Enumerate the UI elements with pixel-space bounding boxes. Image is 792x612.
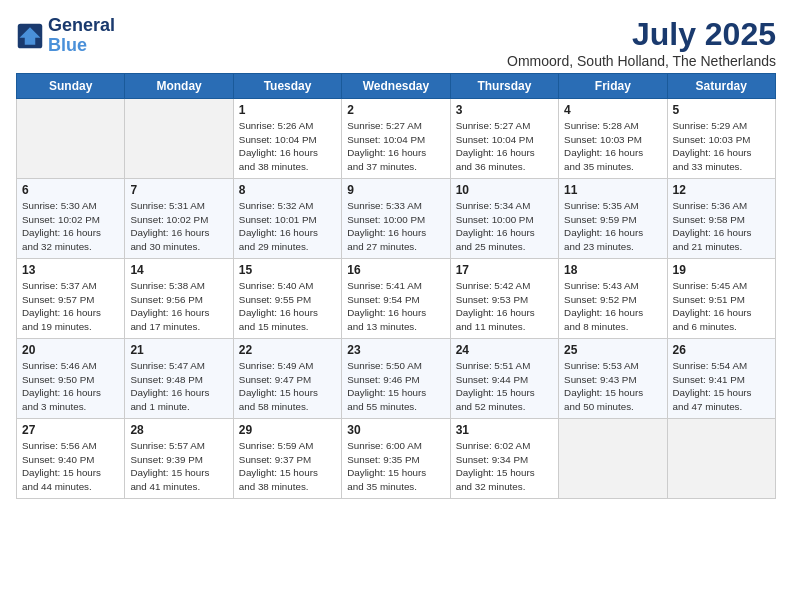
calendar-cell: 24Sunrise: 5:51 AM Sunset: 9:44 PM Dayli… <box>450 339 558 419</box>
day-number: 27 <box>22 423 119 437</box>
day-info: Sunrise: 5:53 AM Sunset: 9:43 PM Dayligh… <box>564 359 661 414</box>
calendar-cell: 21Sunrise: 5:47 AM Sunset: 9:48 PM Dayli… <box>125 339 233 419</box>
logo: GeneralBlue <box>16 16 115 56</box>
day-number: 19 <box>673 263 770 277</box>
weekday-header-tuesday: Tuesday <box>233 74 341 99</box>
day-number: 9 <box>347 183 444 197</box>
day-number: 8 <box>239 183 336 197</box>
day-number: 20 <box>22 343 119 357</box>
calendar-cell: 19Sunrise: 5:45 AM Sunset: 9:51 PM Dayli… <box>667 259 775 339</box>
day-number: 14 <box>130 263 227 277</box>
calendar-cell: 17Sunrise: 5:42 AM Sunset: 9:53 PM Dayli… <box>450 259 558 339</box>
day-number: 26 <box>673 343 770 357</box>
day-info: Sunrise: 5:51 AM Sunset: 9:44 PM Dayligh… <box>456 359 553 414</box>
weekday-header-sunday: Sunday <box>17 74 125 99</box>
day-info: Sunrise: 5:26 AM Sunset: 10:04 PM Daylig… <box>239 119 336 174</box>
day-info: Sunrise: 5:57 AM Sunset: 9:39 PM Dayligh… <box>130 439 227 494</box>
location-subtitle: Ommoord, South Holland, The Netherlands <box>507 53 776 69</box>
day-number: 6 <box>22 183 119 197</box>
day-number: 11 <box>564 183 661 197</box>
day-info: Sunrise: 6:00 AM Sunset: 9:35 PM Dayligh… <box>347 439 444 494</box>
calendar-cell: 23Sunrise: 5:50 AM Sunset: 9:46 PM Dayli… <box>342 339 450 419</box>
day-info: Sunrise: 5:27 AM Sunset: 10:04 PM Daylig… <box>347 119 444 174</box>
calendar-cell: 18Sunrise: 5:43 AM Sunset: 9:52 PM Dayli… <box>559 259 667 339</box>
calendar-week-4: 20Sunrise: 5:46 AM Sunset: 9:50 PM Dayli… <box>17 339 776 419</box>
day-info: Sunrise: 5:56 AM Sunset: 9:40 PM Dayligh… <box>22 439 119 494</box>
day-info: Sunrise: 5:32 AM Sunset: 10:01 PM Daylig… <box>239 199 336 254</box>
calendar-body: 1Sunrise: 5:26 AM Sunset: 10:04 PM Dayli… <box>17 99 776 499</box>
day-number: 22 <box>239 343 336 357</box>
weekday-header-saturday: Saturday <box>667 74 775 99</box>
calendar-week-2: 6Sunrise: 5:30 AM Sunset: 10:02 PM Dayli… <box>17 179 776 259</box>
calendar-cell: 13Sunrise: 5:37 AM Sunset: 9:57 PM Dayli… <box>17 259 125 339</box>
day-number: 10 <box>456 183 553 197</box>
day-info: Sunrise: 6:02 AM Sunset: 9:34 PM Dayligh… <box>456 439 553 494</box>
calendar-cell: 26Sunrise: 5:54 AM Sunset: 9:41 PM Dayli… <box>667 339 775 419</box>
calendar-cell: 3Sunrise: 5:27 AM Sunset: 10:04 PM Dayli… <box>450 99 558 179</box>
day-info: Sunrise: 5:27 AM Sunset: 10:04 PM Daylig… <box>456 119 553 174</box>
day-info: Sunrise: 5:54 AM Sunset: 9:41 PM Dayligh… <box>673 359 770 414</box>
calendar-cell: 28Sunrise: 5:57 AM Sunset: 9:39 PM Dayli… <box>125 419 233 499</box>
calendar-cell: 6Sunrise: 5:30 AM Sunset: 10:02 PM Dayli… <box>17 179 125 259</box>
day-number: 18 <box>564 263 661 277</box>
day-info: Sunrise: 5:49 AM Sunset: 9:47 PM Dayligh… <box>239 359 336 414</box>
day-number: 17 <box>456 263 553 277</box>
calendar-cell: 25Sunrise: 5:53 AM Sunset: 9:43 PM Dayli… <box>559 339 667 419</box>
day-info: Sunrise: 5:35 AM Sunset: 9:59 PM Dayligh… <box>564 199 661 254</box>
day-info: Sunrise: 5:42 AM Sunset: 9:53 PM Dayligh… <box>456 279 553 334</box>
page-header: GeneralBlue July 2025 Ommoord, South Hol… <box>16 16 776 69</box>
day-number: 29 <box>239 423 336 437</box>
calendar-cell: 9Sunrise: 5:33 AM Sunset: 10:00 PM Dayli… <box>342 179 450 259</box>
day-info: Sunrise: 5:50 AM Sunset: 9:46 PM Dayligh… <box>347 359 444 414</box>
calendar-cell: 8Sunrise: 5:32 AM Sunset: 10:01 PM Dayli… <box>233 179 341 259</box>
calendar-cell <box>559 419 667 499</box>
day-info: Sunrise: 5:46 AM Sunset: 9:50 PM Dayligh… <box>22 359 119 414</box>
day-number: 3 <box>456 103 553 117</box>
logo-icon <box>16 22 44 50</box>
day-number: 28 <box>130 423 227 437</box>
day-info: Sunrise: 5:59 AM Sunset: 9:37 PM Dayligh… <box>239 439 336 494</box>
calendar-cell: 14Sunrise: 5:38 AM Sunset: 9:56 PM Dayli… <box>125 259 233 339</box>
day-info: Sunrise: 5:45 AM Sunset: 9:51 PM Dayligh… <box>673 279 770 334</box>
day-info: Sunrise: 5:33 AM Sunset: 10:00 PM Daylig… <box>347 199 444 254</box>
day-info: Sunrise: 5:47 AM Sunset: 9:48 PM Dayligh… <box>130 359 227 414</box>
day-info: Sunrise: 5:28 AM Sunset: 10:03 PM Daylig… <box>564 119 661 174</box>
calendar-cell: 4Sunrise: 5:28 AM Sunset: 10:03 PM Dayli… <box>559 99 667 179</box>
calendar-week-5: 27Sunrise: 5:56 AM Sunset: 9:40 PM Dayli… <box>17 419 776 499</box>
calendar-week-3: 13Sunrise: 5:37 AM Sunset: 9:57 PM Dayli… <box>17 259 776 339</box>
calendar-cell <box>667 419 775 499</box>
calendar-table: SundayMondayTuesdayWednesdayThursdayFrid… <box>16 73 776 499</box>
day-number: 12 <box>673 183 770 197</box>
day-number: 30 <box>347 423 444 437</box>
calendar-cell: 1Sunrise: 5:26 AM Sunset: 10:04 PM Dayli… <box>233 99 341 179</box>
day-number: 7 <box>130 183 227 197</box>
calendar-week-1: 1Sunrise: 5:26 AM Sunset: 10:04 PM Dayli… <box>17 99 776 179</box>
day-info: Sunrise: 5:40 AM Sunset: 9:55 PM Dayligh… <box>239 279 336 334</box>
day-info: Sunrise: 5:34 AM Sunset: 10:00 PM Daylig… <box>456 199 553 254</box>
day-info: Sunrise: 5:43 AM Sunset: 9:52 PM Dayligh… <box>564 279 661 334</box>
calendar-cell: 16Sunrise: 5:41 AM Sunset: 9:54 PM Dayli… <box>342 259 450 339</box>
calendar-cell: 11Sunrise: 5:35 AM Sunset: 9:59 PM Dayli… <box>559 179 667 259</box>
day-info: Sunrise: 5:41 AM Sunset: 9:54 PM Dayligh… <box>347 279 444 334</box>
weekday-header-monday: Monday <box>125 74 233 99</box>
calendar-cell <box>125 99 233 179</box>
day-number: 31 <box>456 423 553 437</box>
day-number: 21 <box>130 343 227 357</box>
day-number: 24 <box>456 343 553 357</box>
month-title: July 2025 <box>507 16 776 53</box>
calendar-cell: 30Sunrise: 6:00 AM Sunset: 9:35 PM Dayli… <box>342 419 450 499</box>
day-info: Sunrise: 5:38 AM Sunset: 9:56 PM Dayligh… <box>130 279 227 334</box>
calendar-cell: 7Sunrise: 5:31 AM Sunset: 10:02 PM Dayli… <box>125 179 233 259</box>
calendar-cell: 2Sunrise: 5:27 AM Sunset: 10:04 PM Dayli… <box>342 99 450 179</box>
day-number: 5 <box>673 103 770 117</box>
day-number: 15 <box>239 263 336 277</box>
day-info: Sunrise: 5:36 AM Sunset: 9:58 PM Dayligh… <box>673 199 770 254</box>
calendar-cell: 20Sunrise: 5:46 AM Sunset: 9:50 PM Dayli… <box>17 339 125 419</box>
weekday-header-row: SundayMondayTuesdayWednesdayThursdayFrid… <box>17 74 776 99</box>
weekday-header-friday: Friday <box>559 74 667 99</box>
day-number: 23 <box>347 343 444 357</box>
weekday-header-thursday: Thursday <box>450 74 558 99</box>
day-number: 1 <box>239 103 336 117</box>
day-number: 4 <box>564 103 661 117</box>
day-info: Sunrise: 5:37 AM Sunset: 9:57 PM Dayligh… <box>22 279 119 334</box>
